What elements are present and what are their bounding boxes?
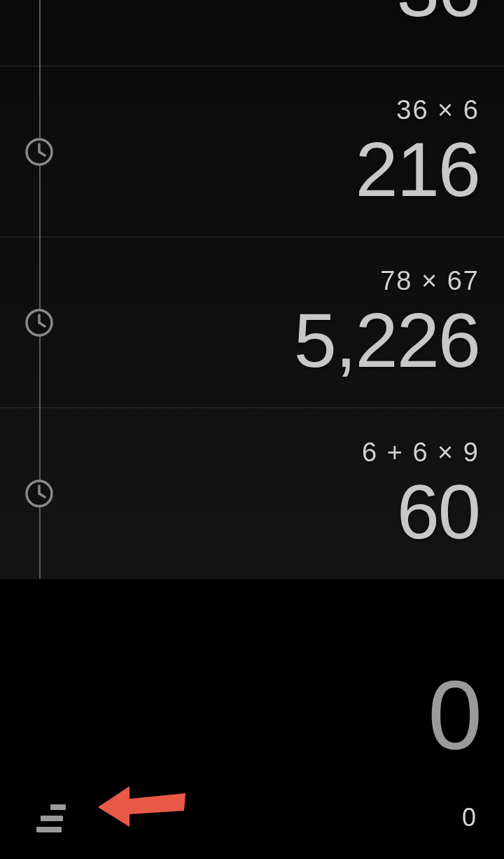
clock-icon [24, 479, 54, 508]
history-result: 60 [397, 473, 479, 550]
calculation-history: 36 36 × 6 216 78 × 67 5,226 6 + 6 × 9 60 [0, 0, 504, 579]
history-item[interactable]: 78 × 67 5,226 [0, 237, 504, 408]
current-display: 0 [428, 666, 479, 764]
preview-value: 0 [462, 803, 476, 832]
clock-icon [24, 137, 54, 167]
calculator-input-area: 0 0 [0, 579, 504, 859]
history-result: 216 [355, 131, 479, 208]
history-expression: 6 + 6 × 9 [362, 438, 479, 468]
clock-icon [24, 308, 54, 337]
history-item[interactable]: 6 + 6 × 9 60 [0, 408, 504, 579]
history-item[interactable]: 36 × 6 216 [0, 67, 504, 237]
history-item[interactable]: 36 [0, 0, 504, 67]
history-expression: 78 × 67 [380, 266, 479, 296]
history-result: 36 [397, 0, 479, 28]
history-toggle-button[interactable] [36, 804, 73, 835]
history-result: 5,226 [294, 302, 479, 379]
history-expression: 36 × 6 [396, 95, 479, 125]
